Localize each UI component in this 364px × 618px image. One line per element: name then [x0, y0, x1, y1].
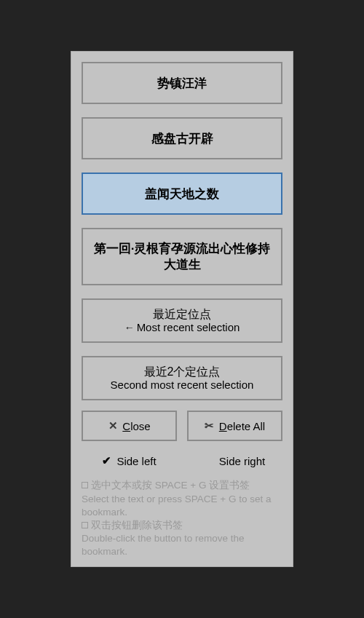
- recent-selection-2[interactable]: 最近2个定位点 Second most recent selection: [82, 356, 282, 400]
- close-icon: ✕: [108, 419, 118, 432]
- recent-title: 最近2个定位点: [144, 365, 221, 379]
- bookmark-label: 势镇汪洋: [157, 76, 207, 91]
- bookmark-item-1[interactable]: 感盘古开辟: [82, 117, 282, 159]
- bookmark-label: 盖闻天地之数: [145, 186, 219, 202]
- action-row: ✕ Close ✂ Delete All: [82, 411, 282, 441]
- close-button[interactable]: ✕ Close: [82, 411, 177, 441]
- hint-text: 选中文本或按 SPACE + G 设置书签 Select the text or…: [82, 479, 282, 558]
- bookmark-panel: 势镇汪洋 感盘古开辟 盖闻天地之数 第一回·灵根育孕源流出心性修持大道生 最近定…: [71, 51, 293, 566]
- square-bullet-icon: [82, 482, 88, 488]
- tools-icon: ✂: [205, 419, 215, 432]
- delete-all-button[interactable]: ✂ Delete All: [187, 411, 282, 441]
- square-bullet-icon: [82, 522, 88, 528]
- recent-selection-1[interactable]: 最近定位点 ←Most recent selection: [82, 298, 282, 343]
- recent-subtitle: Second most recent selection: [111, 379, 254, 392]
- close-label: Close: [122, 420, 150, 432]
- bookmark-label: 感盘古开辟: [151, 131, 213, 146]
- arrow-left-icon: ←: [124, 322, 134, 333]
- side-left-label: Side left: [116, 455, 156, 467]
- delete-all-label: Delete All: [219, 420, 265, 432]
- bookmark-item-2[interactable]: 盖闻天地之数: [82, 173, 282, 215]
- bookmark-item-3[interactable]: 第一回·灵根育孕源流出心性修持大道生: [82, 228, 282, 285]
- side-left-option[interactable]: ✔ Side left: [82, 453, 177, 469]
- recent-subtitle: ←Most recent selection: [124, 321, 240, 334]
- recent-title: 最近定位点: [153, 307, 211, 321]
- side-right-option[interactable]: Side right: [187, 453, 282, 469]
- side-row: ✔ Side left Side right: [82, 453, 282, 469]
- check-icon: ✔: [102, 454, 112, 467]
- side-right-label: Side right: [219, 455, 265, 467]
- bookmark-item-0[interactable]: 势镇汪洋: [82, 62, 282, 104]
- bookmark-label: 第一回·灵根育孕源流出心性修持大道生: [89, 241, 275, 272]
